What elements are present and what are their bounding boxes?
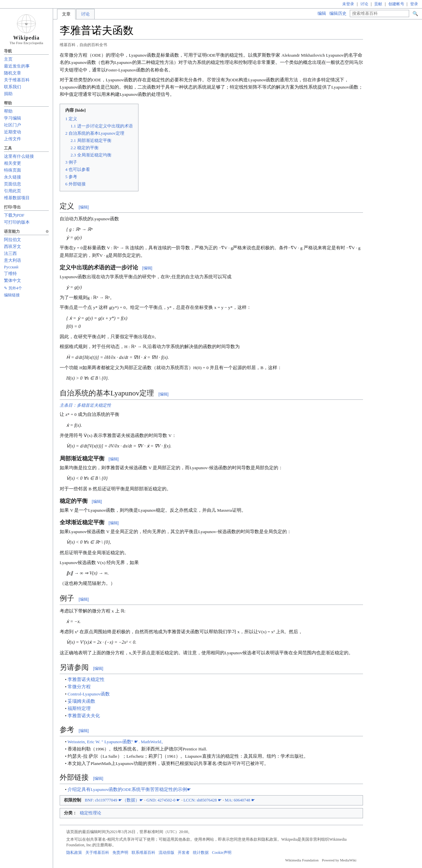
authority-gnd[interactable]: GND: 4274502-0 ☛: [146, 798, 180, 803]
toc-item-5[interactable]: 5 参考: [65, 173, 133, 181]
sidebar-item-donate[interactable]: 捐助: [4, 91, 49, 97]
sidebar-lang-edit[interactable]: 编辑链接: [4, 292, 49, 298]
toc-item-2-3[interactable]: 2.3 全局渐近稳定均衡: [65, 152, 133, 159]
action-edit[interactable]: 编辑: [317, 11, 326, 17]
definition-subtitle: 自治动力系统的Lyapunov函数: [60, 215, 363, 223]
see-also-link[interactable]: 主条目：多稳首近夫稳定性: [60, 402, 363, 408]
edit-stable[interactable]: [编辑]: [92, 499, 102, 504]
sidebar-item-related-changes[interactable]: 相关变更: [4, 160, 49, 167]
footer-about[interactable]: 关于维基百科: [85, 850, 109, 856]
footer-disclaimer[interactable]: 免责声明: [112, 850, 128, 856]
footer-contact[interactable]: 联系维基百科: [132, 850, 155, 856]
tab-talk[interactable]: 讨论: [76, 9, 94, 20]
defterms-text5: 根据格式规则，对于任何动态，H : ℝⁿ → ℝ,沿着动力学系统的解决值的函数的…: [60, 343, 363, 350]
footer-stats[interactable]: 统计数据: [193, 850, 209, 856]
authority-lccn[interactable]: LCCN: sh85076428 ☛: [183, 798, 222, 803]
footer-links: 隐私政策 关于维基百科 免责声明 联系维基百科 流动排版 开发者 统计数据 Co…: [66, 850, 357, 856]
toc-item-2-2[interactable]: 2.2 稳定的平衡: [65, 144, 133, 152]
toc-item-4[interactable]: 4 也可以参看: [65, 166, 133, 173]
section-title-refs: 参考 [编辑]: [60, 725, 363, 736]
sidebar-item-french[interactable]: 法三西: [4, 250, 49, 257]
section-title-definition: 定义 [编辑]: [60, 201, 363, 213]
seealso-item-0: 李雅普诺夫稳定性: [65, 677, 363, 683]
page-subtitle: 维基百科，自由的百科全书: [60, 42, 363, 48]
sidebar-item-permalink[interactable]: 永久链接: [4, 174, 49, 181]
edit-example[interactable]: [编辑]: [79, 597, 89, 601]
intro-paragraph-2: 对于某些类型的ODE，Lyapunov函数的存在是稳定性的必要和充分条件。尽管没…: [60, 76, 363, 98]
local-math1: V̇(x) < 0 ∀x ∈ B \ {0}: [66, 474, 363, 483]
global-text1: 如果Lyapunov候选函数 V 是全局正定的，经向无界的，其立的平衡且Lyap…: [60, 528, 363, 535]
edit-external[interactable]: [编辑]: [93, 776, 104, 781]
toc-item-2-1[interactable]: 2.1 局部渐近稳定平衡: [65, 137, 133, 144]
topbar-create-account[interactable]: 创建帐号: [388, 1, 404, 7]
page-footer: 该页面的最后编辑时间为2021年3月26日，世界标准时间（UTC）20:00。 …: [60, 825, 363, 866]
edit-definition[interactable]: [编辑]: [79, 205, 89, 210]
sidebar-item-changes[interactable]: 近期变动: [4, 129, 49, 136]
global-math1: V̇(x) < 0 ∀x ∈ ℝⁿ \ {0},: [66, 538, 363, 546]
edit-def-terms[interactable]: [编辑]: [142, 266, 152, 270]
topbar-not-logged-in[interactable]: 未登录: [342, 1, 354, 7]
footer-mobile[interactable]: 流动排版: [159, 850, 174, 856]
authority-ma[interactable]: MA: 60640748 ☛: [225, 798, 255, 803]
sidebar-item-page-info[interactable]: 页面信息: [4, 181, 49, 188]
sidebar-item-random[interactable]: 随机文章: [4, 70, 49, 77]
footer-developers[interactable]: 开发者: [178, 850, 190, 856]
wikimedia-logo-text: Wikimedia Foundation: [285, 858, 318, 862]
defterms-text4: 因此，在研究平衡点时，只要假定平衡出现在0。: [60, 333, 363, 340]
sidebar-item-italian[interactable]: 意大利语: [4, 257, 49, 264]
global-text2: 然后证明平衡是全局渐近稳定的。: [60, 549, 363, 557]
toc-item-1-1[interactable]: 1.1 进一步讨论定义中出现的术语: [65, 123, 133, 130]
sidebar-item-help[interactable]: 帮助: [4, 108, 49, 115]
edit-seealso[interactable]: [编辑]: [93, 666, 104, 671]
toc-item-2[interactable]: 2 自治系统的基本Lyapunov定理: [65, 130, 133, 137]
edit-refs[interactable]: [编辑]: [79, 728, 89, 733]
sidebar-item-spanish[interactable]: 西班牙文: [4, 243, 49, 250]
lyapunov-text1: 让 z* = 0 成为自治系统的平衡: [60, 411, 363, 418]
defterms-text2: 为了一般规则g : ℝⁿ → ℝⁿ。: [60, 294, 363, 301]
sidebar-item-cite[interactable]: 引用此页: [4, 188, 49, 195]
topbar-login[interactable]: 登录: [410, 1, 418, 7]
search-input[interactable]: [350, 10, 409, 17]
ref-item-0: Weisstein, Eric W. " Lyapunov函数" ☛. Math…: [65, 739, 363, 745]
sidebar-item-wikidata[interactable]: 维基数据项目: [4, 195, 49, 202]
sidebar-item-pdf[interactable]: 下载为PDF: [4, 212, 49, 219]
edit-local[interactable]: [编辑]: [109, 457, 119, 461]
sidebar-lang-gear-icon[interactable]: ⚙: [46, 229, 49, 234]
sidebar-item-special-pages[interactable]: 特殊页面: [4, 167, 49, 174]
sidebar-item-printable[interactable]: 可打印的版本: [4, 219, 49, 226]
sidebar-item-links-here[interactable]: 这里有什么链接: [4, 153, 49, 160]
sidebar-item-learn[interactable]: 学习编辑: [4, 115, 49, 122]
sidebar-item-tibetan[interactable]: 丁维特: [4, 270, 49, 277]
sidebar-lang-more[interactable]: ✎ 另外4个: [4, 286, 22, 290]
footer-logos: Wikimedia Foundation Powered by MediaWik…: [66, 858, 357, 862]
sidebar-item-contact[interactable]: 联系我们: [4, 84, 49, 91]
stable-text1: 如果 V 是一个Lyapunov函数，则均衡是Lyapunov稳定。反之亦然成立…: [60, 507, 363, 514]
footer-privacy[interactable]: 隐私政策: [66, 850, 82, 856]
top-bar: 未登录 | 讨论 | 贡献 | 创建帐号 | 登录: [0, 0, 422, 8]
sidebar-print: 打印/导出 下载为PDF 可打印的版本: [4, 205, 49, 226]
topbar-talk[interactable]: 讨论: [360, 1, 368, 7]
topbar-contributions[interactable]: 贡献: [374, 1, 382, 7]
footer-cookie[interactable]: Cookie声明: [212, 850, 231, 856]
toc-item-6[interactable]: 6 外部链接: [65, 181, 133, 188]
sidebar-item-home[interactable]: 主页: [4, 56, 49, 63]
sidebar-item-trad-chinese[interactable]: 繁体中文: [4, 277, 49, 284]
sidebar-item-arabic[interactable]: 阿拉伯文: [4, 237, 49, 243]
sidebar-item-about[interactable]: 关于维基百科: [4, 77, 49, 84]
sidebar-item-russian[interactable]: Русский: [4, 264, 49, 270]
toc-item-3[interactable]: 3 例子: [65, 159, 133, 166]
defterms-math1: ẏ = g(y): [66, 283, 363, 291]
authority-bnf[interactable]: BNF: cb119777049 ☛（数据）☛: [85, 798, 143, 803]
sidebar-item-community[interactable]: 社区门户: [4, 122, 49, 129]
definition-math1: { g : ℝⁿ → ℝⁿ ẏ = g(y): [66, 225, 363, 242]
search-button[interactable]: 🔍: [413, 11, 418, 16]
toc-item-1[interactable]: 1 定义: [65, 115, 133, 123]
category-item-0[interactable]: 稳定性理论: [80, 811, 101, 815]
edit-lyapunov[interactable]: [编辑]: [159, 392, 169, 397]
tab-article[interactable]: 文章: [57, 9, 76, 20]
sidebar-item-recent[interactable]: 最近发生的事: [4, 63, 49, 70]
sidebar-item-upload[interactable]: 上传文件: [4, 136, 49, 143]
example-math1: ẋ = −x.: [66, 617, 363, 626]
action-history[interactable]: 编辑历史: [329, 11, 346, 17]
edit-global[interactable]: [编辑]: [109, 521, 119, 525]
